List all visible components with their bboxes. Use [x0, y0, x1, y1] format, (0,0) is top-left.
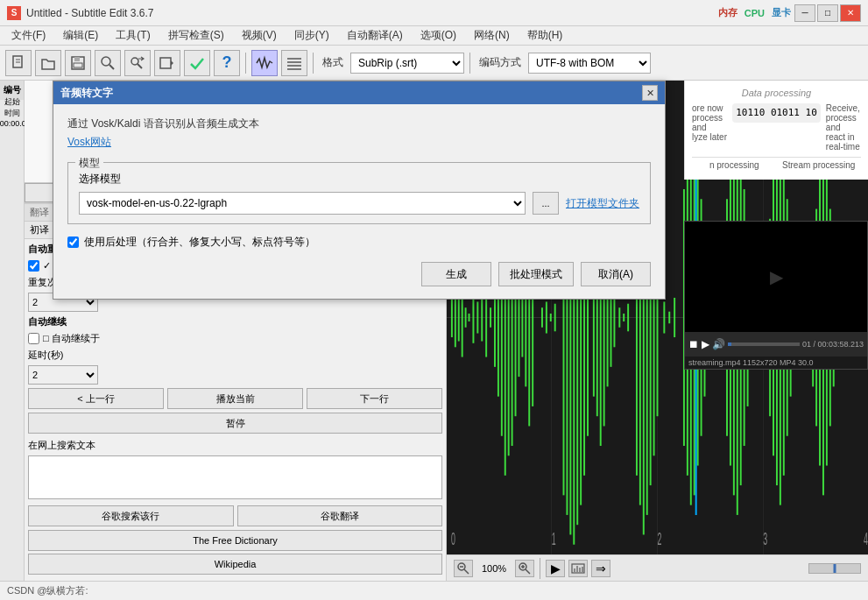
video-btn[interactable] — [154, 50, 180, 76]
batch-mode-button[interactable]: 批处理模式 — [498, 262, 574, 286]
save-button[interactable] — [65, 50, 91, 76]
svg-marker-11 — [171, 60, 173, 66]
menu-sync[interactable]: 同步(Y) — [286, 25, 337, 46]
svg-text:4: 4 — [864, 529, 868, 548]
wikipedia-button[interactable]: Wikipedia — [28, 554, 442, 575]
video-stop-button[interactable]: ⏹ — [688, 338, 699, 350]
ad-content: ore now process and lyze later 10110 010… — [692, 103, 861, 152]
close-button[interactable]: ✕ — [840, 4, 861, 22]
video-progress-bar[interactable] — [728, 342, 800, 346]
google-translate-button[interactable]: 谷歌翻译 — [237, 505, 443, 526]
prev-line-button[interactable]: < 上一行 — [28, 388, 164, 409]
open-button[interactable] — [35, 50, 61, 76]
menu-video[interactable]: 视频(V) — [234, 25, 285, 46]
ad-right-text: Receive, process and react in real-time — [826, 103, 861, 152]
playback-nav-row: < 上一行 播放当前 下一行 — [28, 388, 442, 409]
free-dictionary-button[interactable]: The Free Dictionary — [28, 530, 442, 551]
auto-continue-check-row: □ 自动继续于 — [28, 332, 442, 345]
auto-repeat-checkbox[interactable] — [28, 260, 39, 272]
dialog-close-button[interactable]: ✕ — [642, 85, 658, 101]
auto-continue-checkbox[interactable] — [28, 333, 39, 344]
menu-tools[interactable]: 工具(T) — [108, 25, 158, 46]
svg-rect-63 — [618, 307, 620, 328]
menu-autotranslate[interactable]: 自动翻译(A) — [339, 25, 411, 46]
svg-rect-45 — [546, 301, 547, 333]
auto-continue-at-label: □ 自动继续于 — [43, 332, 100, 345]
navigation-button[interactable]: ⇒ — [591, 560, 610, 577]
delay-select-row: 2 — [28, 365, 442, 385]
tab-initial[interactable]: 初译 — [26, 223, 53, 236]
menu-file[interactable]: 文件(F) — [4, 25, 53, 46]
menu-network[interactable]: 网络(N) — [466, 25, 518, 46]
svg-rect-26 — [469, 314, 470, 321]
cpu-label: CPU — [745, 8, 765, 18]
toolbar-separator2 — [313, 53, 314, 74]
ad-binary: 10110 01011 10 — [732, 103, 821, 123]
help-button[interactable]: ? — [214, 50, 240, 76]
model-select[interactable]: vosk-model-en-us-0.22-lgraph — [79, 192, 526, 215]
delay-select[interactable]: 2 — [28, 365, 98, 385]
play-button[interactable]: ▶ — [546, 560, 565, 577]
waveform-button[interactable] — [251, 50, 278, 76]
svg-point-8 — [131, 58, 138, 65]
google-row: 谷歌搜索该行 谷歌翻译 — [28, 505, 442, 526]
svg-rect-10 — [160, 58, 171, 68]
svg-rect-31 — [490, 307, 491, 328]
maximize-button[interactable]: □ — [817, 4, 838, 22]
ad-left-text: ore now process and lyze later — [692, 103, 727, 142]
svg-rect-29 — [481, 293, 483, 341]
play-current-button[interactable]: 播放当前 — [167, 388, 303, 409]
video-progress-fill — [728, 342, 731, 346]
svg-rect-47 — [554, 304, 556, 332]
time-header: 起始时间 00:00:00.000 — [0, 100, 24, 124]
browse-button[interactable]: ... — [533, 192, 559, 215]
video-controls[interactable]: ⏹ ▶ 🔊 01 / 00:03:58.213 — [685, 332, 867, 356]
app-icon: S — [7, 6, 21, 20]
vosk-link[interactable]: Vosk网站 — [67, 135, 651, 150]
pause-button[interactable]: 暂停 — [28, 413, 442, 434]
format-select[interactable]: SubRip (.srt) — [350, 53, 464, 74]
check-button[interactable] — [184, 50, 210, 76]
zoom-sep — [540, 558, 540, 579]
minimize-button[interactable]: ─ — [794, 4, 815, 22]
list-button[interactable] — [281, 50, 307, 76]
search-button[interactable] — [95, 50, 121, 76]
window-controls[interactable]: ─ □ ✕ — [794, 4, 861, 22]
memory-label: 内存 — [718, 6, 737, 19]
encoding-select[interactable]: UTF-8 with BOM — [528, 53, 651, 74]
google-search-button[interactable]: 谷歌搜索该行 — [28, 505, 234, 526]
menu-spellcheck[interactable]: 拼写检查(S) — [160, 25, 232, 46]
zoom-in-button[interactable] — [515, 560, 534, 577]
generate-button[interactable]: 生成 — [421, 262, 491, 286]
svg-rect-46 — [550, 314, 552, 321]
delay-label-row: 延时(秒) — [28, 349, 442, 362]
delay-label: 延时(秒) — [28, 349, 63, 362]
search-input[interactable] — [28, 455, 442, 499]
open-folder-link[interactable]: 打开模型文件夹 — [566, 196, 639, 211]
auto-continue-row: 自动继续 — [28, 315, 442, 328]
window-title: Untitled - Subtitle Edit 3.6.7 — [26, 7, 718, 19]
svg-line-129 — [526, 569, 530, 574]
zoom-out-button[interactable] — [454, 560, 473, 577]
cancel-button[interactable]: 取消(A) — [581, 262, 651, 286]
volume-slider[interactable] — [808, 563, 861, 574]
svg-rect-4 — [74, 57, 80, 61]
svg-line-9 — [138, 64, 142, 68]
model-group: 模型 选择模型 vosk-model-en-us-0.22-lgraph ...… — [67, 162, 651, 224]
menu-edit[interactable]: 编辑(E) — [55, 25, 106, 46]
next-line-button[interactable]: 下一行 — [307, 388, 442, 409]
video-play-button[interactable]: ▶ — [702, 338, 709, 350]
gpu-label: 显卡 — [772, 6, 791, 19]
dialog-footer: 生成 批处理模式 取消(A) — [67, 262, 651, 286]
replace-button[interactable] — [124, 50, 151, 76]
waveform-mode-button[interactable] — [568, 560, 588, 577]
menu-options[interactable]: 选项(O) — [413, 25, 464, 46]
svg-rect-44 — [541, 307, 543, 328]
new-button[interactable] — [5, 50, 32, 76]
post-process-checkbox[interactable] — [67, 236, 79, 248]
menu-help[interactable]: 帮助(H) — [519, 25, 571, 46]
video-volume-button[interactable]: 🔊 — [712, 338, 725, 350]
svg-rect-73 — [663, 301, 665, 333]
search-online-label: 在网上搜索文本 — [28, 439, 95, 452]
csdn-text: CSDN @纵横方若: — [7, 584, 88, 597]
